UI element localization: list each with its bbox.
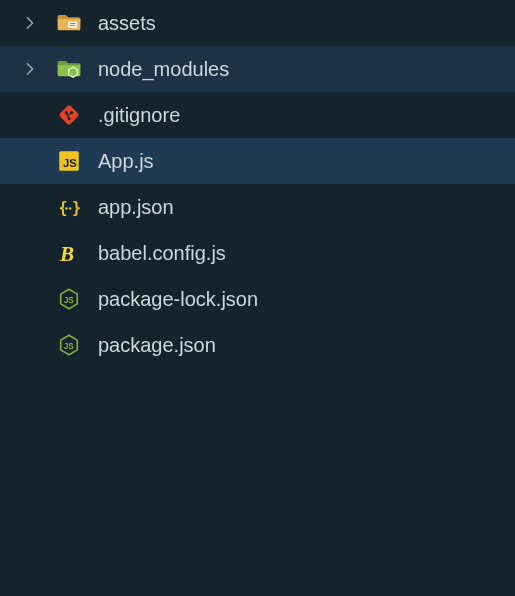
tree-item-file-package-lock[interactable]: JS package-lock.json — [0, 276, 515, 322]
tree-item-folder-node-modules[interactable]: node_modules — [0, 46, 515, 92]
svg-rect-2 — [70, 25, 76, 26]
folder-assets-icon — [54, 8, 84, 38]
tree-item-label: babel.config.js — [98, 242, 226, 265]
tree-item-file-gitignore[interactable]: .gitignore — [0, 92, 515, 138]
file-js-icon: JS — [54, 146, 84, 176]
file-json-icon: { } — [54, 192, 84, 222]
file-babel-icon: B — [54, 238, 84, 268]
svg-text:JS: JS — [64, 342, 75, 351]
tree-item-label: package-lock.json — [98, 288, 258, 311]
file-git-icon — [54, 100, 84, 130]
svg-point-11 — [69, 207, 71, 209]
svg-point-10 — [65, 207, 67, 209]
tree-item-label: App.js — [98, 150, 154, 173]
tree-item-file-app-js[interactable]: JS App.js — [0, 138, 515, 184]
svg-rect-0 — [68, 21, 77, 28]
folder-node-modules-icon — [54, 54, 84, 84]
svg-rect-1 — [70, 23, 76, 24]
file-nodejs-icon: JS — [54, 330, 84, 360]
tree-item-label: .gitignore — [98, 104, 180, 127]
tree-item-label: node_modules — [98, 58, 229, 81]
tree-item-file-package[interactable]: JS package.json — [0, 322, 515, 368]
tree-item-label: assets — [98, 12, 156, 35]
chevron-right-icon — [20, 16, 40, 30]
tree-item-file-babel-config[interactable]: B babel.config.js — [0, 230, 515, 276]
svg-text:JS: JS — [64, 296, 75, 305]
tree-item-label: app.json — [98, 196, 174, 219]
file-tree: assets node_modules — [0, 0, 515, 596]
svg-text:B: B — [59, 242, 74, 266]
file-nodejs-icon: JS — [54, 284, 84, 314]
chevron-right-icon — [20, 62, 40, 76]
svg-text:}: } — [72, 199, 81, 217]
svg-text:JS: JS — [63, 157, 77, 169]
tree-item-folder-assets[interactable]: assets — [0, 0, 515, 46]
tree-item-file-app-json[interactable]: { } app.json — [0, 184, 515, 230]
tree-item-label: package.json — [98, 334, 216, 357]
